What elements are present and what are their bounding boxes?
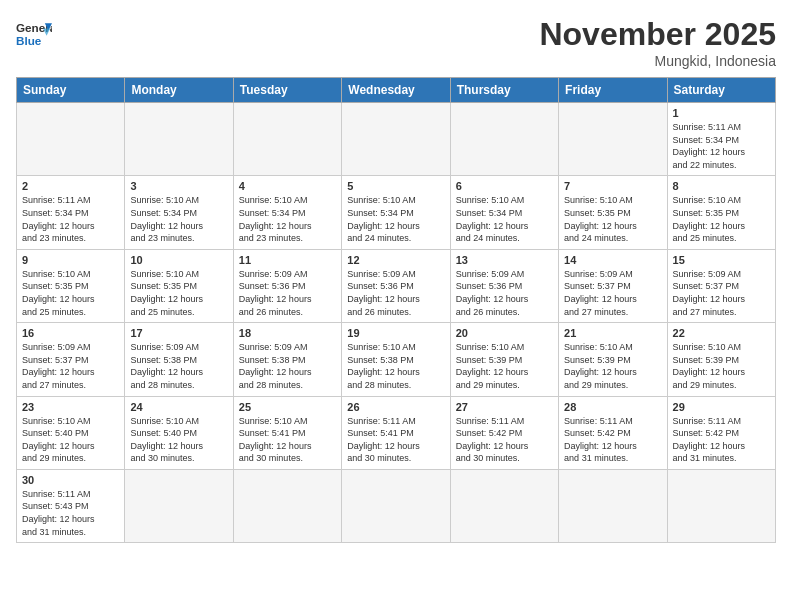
calendar-cell: 22Sunrise: 5:10 AM Sunset: 5:39 PM Dayli… bbox=[667, 323, 775, 396]
dow-header-tuesday: Tuesday bbox=[233, 78, 341, 103]
day-number: 17 bbox=[130, 327, 227, 339]
calendar-cell bbox=[17, 103, 125, 176]
calendar-cell: 9Sunrise: 5:10 AM Sunset: 5:35 PM Daylig… bbox=[17, 249, 125, 322]
day-number: 4 bbox=[239, 180, 336, 192]
day-number: 19 bbox=[347, 327, 444, 339]
day-info: Sunrise: 5:11 AM Sunset: 5:34 PM Dayligh… bbox=[673, 121, 770, 171]
title-block: November 2025 Mungkid, Indonesia bbox=[539, 16, 776, 69]
calendar-cell: 23Sunrise: 5:10 AM Sunset: 5:40 PM Dayli… bbox=[17, 396, 125, 469]
calendar-cell: 30Sunrise: 5:11 AM Sunset: 5:43 PM Dayli… bbox=[17, 469, 125, 542]
day-number: 30 bbox=[22, 474, 119, 486]
day-info: Sunrise: 5:09 AM Sunset: 5:36 PM Dayligh… bbox=[347, 268, 444, 318]
day-number: 2 bbox=[22, 180, 119, 192]
day-info: Sunrise: 5:10 AM Sunset: 5:35 PM Dayligh… bbox=[22, 268, 119, 318]
day-number: 6 bbox=[456, 180, 553, 192]
logo-icon: General Blue bbox=[16, 16, 52, 52]
day-info: Sunrise: 5:10 AM Sunset: 5:34 PM Dayligh… bbox=[347, 194, 444, 244]
day-info: Sunrise: 5:11 AM Sunset: 5:42 PM Dayligh… bbox=[564, 415, 661, 465]
calendar-cell: 3Sunrise: 5:10 AM Sunset: 5:34 PM Daylig… bbox=[125, 176, 233, 249]
day-number: 22 bbox=[673, 327, 770, 339]
calendar-cell: 19Sunrise: 5:10 AM Sunset: 5:38 PM Dayli… bbox=[342, 323, 450, 396]
calendar-cell: 29Sunrise: 5:11 AM Sunset: 5:42 PM Dayli… bbox=[667, 396, 775, 469]
day-info: Sunrise: 5:10 AM Sunset: 5:34 PM Dayligh… bbox=[456, 194, 553, 244]
day-number: 5 bbox=[347, 180, 444, 192]
day-number: 12 bbox=[347, 254, 444, 266]
calendar-cell: 28Sunrise: 5:11 AM Sunset: 5:42 PM Dayli… bbox=[559, 396, 667, 469]
day-number: 21 bbox=[564, 327, 661, 339]
day-info: Sunrise: 5:11 AM Sunset: 5:42 PM Dayligh… bbox=[456, 415, 553, 465]
dow-header-thursday: Thursday bbox=[450, 78, 558, 103]
calendar-cell bbox=[342, 469, 450, 542]
calendar-cell: 15Sunrise: 5:09 AM Sunset: 5:37 PM Dayli… bbox=[667, 249, 775, 322]
day-number: 10 bbox=[130, 254, 227, 266]
day-number: 9 bbox=[22, 254, 119, 266]
day-number: 8 bbox=[673, 180, 770, 192]
calendar-cell bbox=[233, 103, 341, 176]
dow-header-friday: Friday bbox=[559, 78, 667, 103]
day-number: 13 bbox=[456, 254, 553, 266]
location: Mungkid, Indonesia bbox=[539, 53, 776, 69]
day-info: Sunrise: 5:11 AM Sunset: 5:41 PM Dayligh… bbox=[347, 415, 444, 465]
month-title: November 2025 bbox=[539, 16, 776, 53]
calendar-cell: 7Sunrise: 5:10 AM Sunset: 5:35 PM Daylig… bbox=[559, 176, 667, 249]
day-number: 15 bbox=[673, 254, 770, 266]
day-info: Sunrise: 5:10 AM Sunset: 5:39 PM Dayligh… bbox=[673, 341, 770, 391]
day-number: 29 bbox=[673, 401, 770, 413]
calendar-cell: 10Sunrise: 5:10 AM Sunset: 5:35 PM Dayli… bbox=[125, 249, 233, 322]
day-info: Sunrise: 5:10 AM Sunset: 5:41 PM Dayligh… bbox=[239, 415, 336, 465]
calendar-cell: 16Sunrise: 5:09 AM Sunset: 5:37 PM Dayli… bbox=[17, 323, 125, 396]
day-info: Sunrise: 5:09 AM Sunset: 5:37 PM Dayligh… bbox=[22, 341, 119, 391]
calendar-cell: 18Sunrise: 5:09 AM Sunset: 5:38 PM Dayli… bbox=[233, 323, 341, 396]
calendar-cell: 11Sunrise: 5:09 AM Sunset: 5:36 PM Dayli… bbox=[233, 249, 341, 322]
day-number: 24 bbox=[130, 401, 227, 413]
svg-text:Blue: Blue bbox=[16, 34, 42, 47]
day-info: Sunrise: 5:09 AM Sunset: 5:36 PM Dayligh… bbox=[456, 268, 553, 318]
calendar-cell bbox=[342, 103, 450, 176]
calendar-cell bbox=[125, 469, 233, 542]
calendar-cell bbox=[450, 103, 558, 176]
day-number: 14 bbox=[564, 254, 661, 266]
day-number: 16 bbox=[22, 327, 119, 339]
day-info: Sunrise: 5:10 AM Sunset: 5:40 PM Dayligh… bbox=[130, 415, 227, 465]
calendar-cell bbox=[667, 469, 775, 542]
calendar-cell bbox=[559, 103, 667, 176]
calendar-cell: 12Sunrise: 5:09 AM Sunset: 5:36 PM Dayli… bbox=[342, 249, 450, 322]
day-info: Sunrise: 5:09 AM Sunset: 5:37 PM Dayligh… bbox=[564, 268, 661, 318]
calendar-cell: 27Sunrise: 5:11 AM Sunset: 5:42 PM Dayli… bbox=[450, 396, 558, 469]
day-number: 3 bbox=[130, 180, 227, 192]
day-number: 28 bbox=[564, 401, 661, 413]
dow-header-wednesday: Wednesday bbox=[342, 78, 450, 103]
calendar-cell: 20Sunrise: 5:10 AM Sunset: 5:39 PM Dayli… bbox=[450, 323, 558, 396]
calendar-cell bbox=[125, 103, 233, 176]
calendar-cell: 5Sunrise: 5:10 AM Sunset: 5:34 PM Daylig… bbox=[342, 176, 450, 249]
calendar-cell: 14Sunrise: 5:09 AM Sunset: 5:37 PM Dayli… bbox=[559, 249, 667, 322]
calendar-cell: 26Sunrise: 5:11 AM Sunset: 5:41 PM Dayli… bbox=[342, 396, 450, 469]
calendar-cell: 2Sunrise: 5:11 AM Sunset: 5:34 PM Daylig… bbox=[17, 176, 125, 249]
calendar-cell bbox=[450, 469, 558, 542]
day-info: Sunrise: 5:11 AM Sunset: 5:43 PM Dayligh… bbox=[22, 488, 119, 538]
day-info: Sunrise: 5:10 AM Sunset: 5:35 PM Dayligh… bbox=[673, 194, 770, 244]
day-info: Sunrise: 5:10 AM Sunset: 5:34 PM Dayligh… bbox=[239, 194, 336, 244]
day-number: 18 bbox=[239, 327, 336, 339]
day-info: Sunrise: 5:11 AM Sunset: 5:34 PM Dayligh… bbox=[22, 194, 119, 244]
day-info: Sunrise: 5:10 AM Sunset: 5:38 PM Dayligh… bbox=[347, 341, 444, 391]
calendar-cell: 24Sunrise: 5:10 AM Sunset: 5:40 PM Dayli… bbox=[125, 396, 233, 469]
calendar-cell: 17Sunrise: 5:09 AM Sunset: 5:38 PM Dayli… bbox=[125, 323, 233, 396]
calendar-cell: 1Sunrise: 5:11 AM Sunset: 5:34 PM Daylig… bbox=[667, 103, 775, 176]
day-number: 20 bbox=[456, 327, 553, 339]
day-info: Sunrise: 5:10 AM Sunset: 5:34 PM Dayligh… bbox=[130, 194, 227, 244]
day-number: 1 bbox=[673, 107, 770, 119]
day-info: Sunrise: 5:10 AM Sunset: 5:39 PM Dayligh… bbox=[564, 341, 661, 391]
dow-header-saturday: Saturday bbox=[667, 78, 775, 103]
calendar-table: SundayMondayTuesdayWednesdayThursdayFrid… bbox=[16, 77, 776, 543]
day-info: Sunrise: 5:10 AM Sunset: 5:35 PM Dayligh… bbox=[564, 194, 661, 244]
dow-header-monday: Monday bbox=[125, 78, 233, 103]
calendar-cell: 13Sunrise: 5:09 AM Sunset: 5:36 PM Dayli… bbox=[450, 249, 558, 322]
calendar-cell: 4Sunrise: 5:10 AM Sunset: 5:34 PM Daylig… bbox=[233, 176, 341, 249]
day-number: 27 bbox=[456, 401, 553, 413]
day-info: Sunrise: 5:09 AM Sunset: 5:36 PM Dayligh… bbox=[239, 268, 336, 318]
calendar-cell bbox=[559, 469, 667, 542]
calendar-cell: 21Sunrise: 5:10 AM Sunset: 5:39 PM Dayli… bbox=[559, 323, 667, 396]
page-header: General Blue November 2025 Mungkid, Indo… bbox=[16, 16, 776, 69]
day-info: Sunrise: 5:09 AM Sunset: 5:38 PM Dayligh… bbox=[130, 341, 227, 391]
